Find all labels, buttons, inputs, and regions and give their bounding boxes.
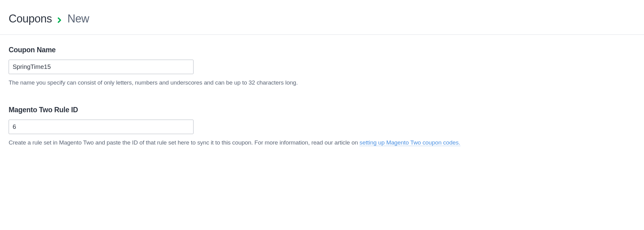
rule-id-help-link[interactable]: setting up Magento Two coupon codes. <box>360 139 460 146</box>
breadcrumb-current: New <box>67 12 89 25</box>
breadcrumb-root[interactable]: Coupons <box>9 12 52 25</box>
page-header: Coupons New <box>0 0 644 34</box>
coupon-name-help: The name you specify can consist of only… <box>9 78 635 87</box>
breadcrumb: Coupons New <box>9 12 635 25</box>
rule-id-help: Create a rule set in Magento Two and pas… <box>9 138 635 147</box>
rule-id-input[interactable] <box>9 120 194 134</box>
coupon-name-label: Coupon Name <box>9 46 635 54</box>
form-area: Coupon Name The name you specify can con… <box>0 35 644 176</box>
rule-id-help-text: Create a rule set in Magento Two and pas… <box>9 139 360 146</box>
rule-id-label: Magento Two Rule ID <box>9 106 635 114</box>
rule-id-group: Magento Two Rule ID Create a rule set in… <box>9 106 635 147</box>
coupon-name-input[interactable] <box>9 60 194 74</box>
chevron-right-icon <box>57 15 62 24</box>
coupon-name-group: Coupon Name The name you specify can con… <box>9 46 635 87</box>
